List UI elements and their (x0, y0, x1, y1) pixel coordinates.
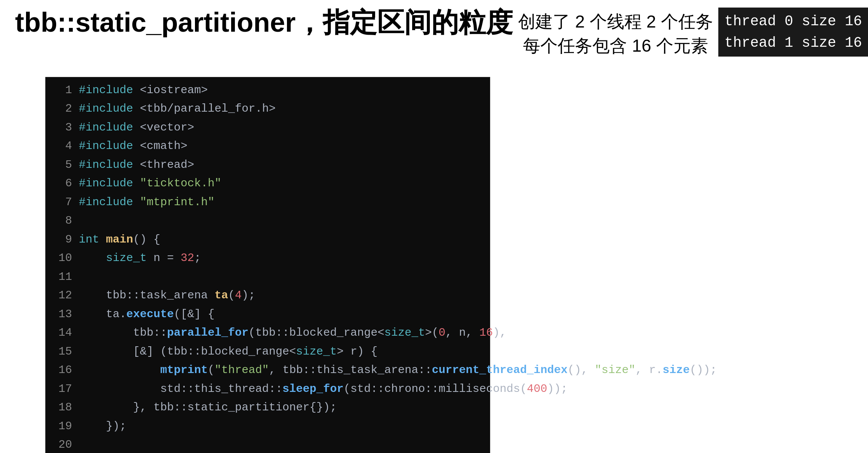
code-line-7: 7 #include "mtprint.h" (46, 193, 490, 212)
code-line-20: 20 (46, 436, 490, 453)
title-text: tbb::static_partitioner，指定区间的粒度 (0, 8, 513, 37)
terminal-output: thread 0 size 16 thread 1 size 16 (718, 8, 868, 57)
code-editor: 1 #include <iostream> 2 #include <tbb/pa… (45, 77, 490, 453)
code-line-13: 13 ta.execute([&] { (46, 305, 490, 324)
code-line-2: 2 #include <tbb/parallel_for.h> (46, 100, 490, 118)
code-line-10: 10 size_t n = 32; (46, 249, 490, 268)
code-line-3: 3 #include <vector> (46, 118, 490, 137)
code-line-17: 17 std::this_thread::sleep_for(std::chro… (46, 380, 490, 399)
code-line-6: 6 #include "ticktock.h" (46, 174, 490, 193)
code-line-11: 11 (46, 268, 490, 287)
code-line-9: 9 int main() { (46, 230, 490, 249)
code-line-5: 5 #include <thread> (46, 156, 490, 175)
code-line-14: 14 tbb::parallel_for(tbb::blocked_range<… (46, 324, 490, 342)
code-line-15: 15 [&] (tbb::blocked_range<size_t> r) { (46, 342, 490, 361)
code-line-8: 8 (46, 212, 490, 230)
code-line-18: 18 }, tbb::static_partitioner{}); (46, 398, 490, 417)
code-line-19: 19 }); (46, 417, 490, 436)
code-line-12: 12 tbb::task_arena ta(4); (46, 286, 490, 305)
description-text: 创建了 2 个线程 2 个任务 每个任务包含 16 个元素 (518, 8, 713, 58)
code-line-4: 4 #include <cmath> (46, 137, 490, 156)
code-line-1: 1 #include <iostream> (46, 81, 490, 100)
header: tbb::static_partitioner，指定区间的粒度 创建了 2 个线… (0, 0, 868, 66)
code-line-16: 16 mtprint("thread", tbb::this_task_aren… (46, 361, 490, 380)
